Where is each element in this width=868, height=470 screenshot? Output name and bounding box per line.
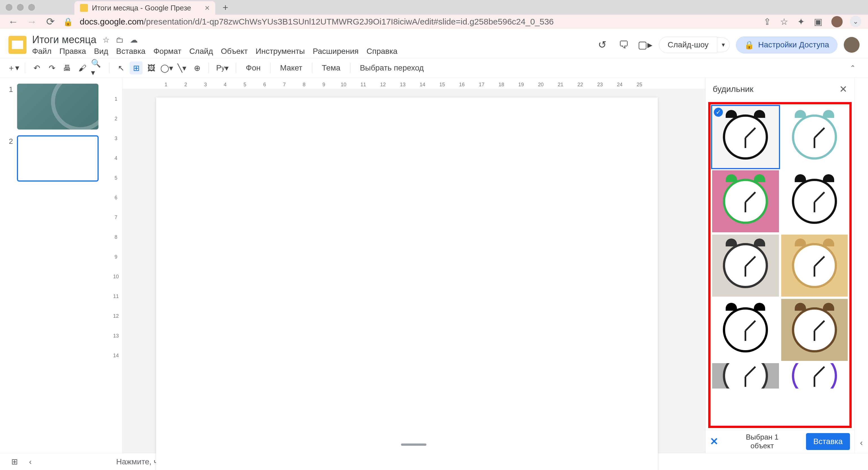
explore-icon[interactable]: ⊞ (11, 457, 18, 466)
slide-thumb-2[interactable]: 2 (7, 135, 103, 182)
menu-insert[interactable]: Вставка (116, 47, 146, 56)
menu-arrange[interactable]: Объект (221, 47, 248, 56)
window-controls[interactable] (6, 4, 35, 11)
menu-tools[interactable]: Инструменты (256, 47, 305, 56)
reload-button[interactable]: ⟳ (44, 16, 56, 28)
star-icon[interactable]: ☆ (102, 35, 110, 45)
search-result-green-alarm-clock[interactable] (712, 170, 779, 232)
share-button[interactable]: 🔒 Настройки Доступа (736, 36, 838, 54)
browser-tab[interactable]: Итоги месяца - Google Презе × (74, 1, 215, 14)
ruler-tick: 10 (334, 78, 353, 89)
bookmark-icon[interactable]: ☆ (780, 17, 788, 27)
clear-selection-icon[interactable]: ✕ (710, 436, 718, 447)
share-page-icon[interactable]: ⇪ (764, 17, 771, 27)
menu-slide[interactable]: Слайд (189, 47, 213, 56)
menu-help[interactable]: Справка (367, 47, 398, 56)
line-tool[interactable]: ╲▾ (175, 61, 188, 75)
notes-resize-handle[interactable] (401, 443, 426, 446)
close-window-icon[interactable] (6, 4, 12, 11)
search-result-teal-alarm-clock[interactable] (781, 106, 848, 168)
search-result-bedside-clock[interactable] (712, 235, 779, 297)
ruler-tick: 9 (314, 78, 334, 89)
new-tab-button[interactable]: + (220, 2, 231, 13)
present-camera-icon[interactable]: ▢▸ (638, 37, 653, 53)
ruler-tick: 2 (110, 109, 122, 128)
transition-button[interactable]: Выбрать переход (355, 63, 428, 72)
menu-view[interactable]: Вид (94, 47, 108, 56)
extensions-icon[interactable]: ✦ (797, 17, 805, 27)
search-result-black-alarm-clock[interactable]: ✓ (712, 106, 779, 168)
search-result-partial-clock-1[interactable] (712, 363, 779, 388)
sidepanel-icon[interactable]: ▣ (814, 17, 823, 27)
move-folder-icon[interactable]: 🗀 (116, 35, 124, 45)
print-button[interactable]: 🖶 (61, 61, 73, 75)
lock-icon[interactable]: 🔒 (63, 17, 73, 27)
spellcheck-button[interactable]: Ру▾ (214, 61, 231, 75)
theme-button[interactable]: Тема (317, 63, 345, 72)
menu-edit[interactable]: Правка (59, 47, 86, 56)
ruler-tick: 9 (110, 247, 122, 267)
search-query[interactable]: будильник (713, 84, 753, 94)
slide-thumbnail[interactable] (17, 84, 99, 130)
select-tool[interactable]: ↖ (115, 61, 127, 75)
ruler-tick: 22 (570, 78, 590, 89)
vertical-ruler: 1234567891011121314 (110, 78, 122, 453)
layout-button[interactable]: Макет (276, 63, 307, 72)
redo-button[interactable]: ↷ (45, 61, 58, 75)
tabs-overflow-icon[interactable]: ⌄ (850, 16, 861, 27)
selection-line1: Выбран 1 (722, 433, 802, 442)
canvas-wrap: 1234567891011121314 12345678910111213141… (110, 78, 705, 453)
close-tab-icon[interactable]: × (205, 3, 210, 13)
insert-button[interactable]: Вставка (806, 433, 850, 450)
menu-format[interactable]: Формат (153, 47, 181, 56)
comment-tool[interactable]: ⊕ (190, 61, 204, 75)
menu-file[interactable]: Файл (32, 47, 52, 56)
minimize-window-icon[interactable] (17, 4, 24, 11)
slideshow-button[interactable]: Слайд-шоу (659, 37, 717, 53)
background-button[interactable]: Фон (241, 63, 265, 72)
back-button[interactable]: ← (7, 16, 19, 28)
zoom-button[interactable]: 🔍▾ (91, 61, 104, 75)
menu-extensions[interactable]: Расширения (313, 47, 359, 56)
ruler-tick: 13 (110, 326, 122, 346)
search-result-vintage-poster[interactable] (781, 299, 848, 361)
slide-thumbnail[interactable] (17, 135, 99, 182)
search-result-vintage-brass-clock[interactable] (781, 235, 848, 297)
shape-tool[interactable]: ◯▾ (160, 61, 173, 75)
new-slide-button[interactable]: ＋▾ (7, 61, 20, 75)
comments-icon[interactable]: 🗨 (616, 37, 631, 53)
doc-title[interactable]: Итоги месяца (32, 34, 96, 46)
maximize-window-icon[interactable] (28, 4, 35, 11)
paint-format-button[interactable]: 🖌 (76, 61, 89, 75)
ruler-tick: 5 (110, 168, 122, 188)
search-result-small-black-clock[interactable] (781, 170, 848, 232)
forward-button[interactable]: → (26, 16, 38, 28)
slideshow-dropdown[interactable]: ▾ (717, 37, 730, 52)
image-tool[interactable]: 🖼 (145, 61, 158, 75)
close-panel-icon[interactable]: ✕ (839, 84, 847, 95)
expand-side-icon[interactable]: ‹ (860, 438, 863, 447)
canvas-area[interactable] (122, 89, 705, 453)
slide-thumb-1[interactable]: 1 (7, 84, 103, 130)
slide-canvas[interactable] (156, 97, 658, 470)
url-display[interactable]: docs.google.com/presentation/d/1-qp78zwC… (80, 17, 554, 27)
selection-count: Выбран 1 объект (722, 433, 802, 450)
slides-logo-icon[interactable] (8, 36, 27, 54)
history-icon[interactable]: ↺ (595, 37, 610, 53)
search-result-purple-clock[interactable] (781, 363, 848, 388)
undo-button[interactable]: ↶ (30, 61, 43, 75)
browser-profile-avatar[interactable] (831, 16, 843, 27)
ruler-tick: 14 (412, 78, 432, 89)
ruler-tick: 3 (195, 78, 215, 89)
search-result-line-art-clock[interactable] (712, 299, 779, 361)
ruler-tick: 19 (511, 78, 531, 89)
textbox-tool[interactable]: ⊞ (130, 61, 143, 75)
slides-app: Итоги месяца ☆ 🗀 ☁ Файл Правка Вид Встав… (0, 29, 868, 470)
account-avatar[interactable] (844, 37, 860, 53)
search-results: ✓ (708, 102, 851, 428)
prev-slide-icon[interactable]: ‹ (29, 457, 32, 466)
collapse-toolbar-icon[interactable]: ⌃ (850, 64, 861, 72)
lock-share-icon: 🔒 (744, 40, 754, 50)
url-host: docs.google.com (80, 17, 144, 26)
cloud-status-icon[interactable]: ☁ (130, 35, 138, 45)
